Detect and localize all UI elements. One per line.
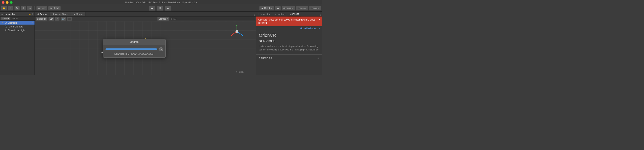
hierarchy-item-untitled[interactable]: ▼ ⬡ Untitled ≡ xyxy=(0,21,34,25)
update-dialog: Update ✕ Downloaded: 2735/2741 (4.7GB/4.… xyxy=(103,39,166,58)
right-panel-menu-icon[interactable]: ≡ xyxy=(320,14,322,16)
hierarchy-options-icon: ≡ xyxy=(32,22,33,24)
light-icon: ☀ xyxy=(4,29,7,32)
update-dialog-title: Update xyxy=(103,39,165,45)
main-layout: ≡ Hierarchy 🔒 ≡ Create ▾ ▼ ⬡ Untitled ≡ … xyxy=(0,12,322,75)
cloud-icon: ☁ xyxy=(277,7,279,9)
scene-area: # Scene ⬇ Asset Store ● Game ≡ Shaded ▾ … xyxy=(35,12,256,75)
scene-content: ✦ ☁ Y Z xyxy=(35,21,256,75)
hand-tool-button[interactable]: ✋ xyxy=(1,6,7,10)
light-toggle[interactable]: ☀ xyxy=(55,17,60,21)
shading-dropdown[interactable]: Shaded ▾ xyxy=(36,17,48,21)
game-tab-icon: ● xyxy=(74,13,75,15)
layers-dropdown-icon: ▾ xyxy=(305,7,306,9)
tab-asset-store[interactable]: ⬇ Asset Store xyxy=(50,12,71,16)
error-close-button[interactable]: ✕ xyxy=(318,18,321,21)
global-button[interactable]: ⊕ Global xyxy=(48,6,61,10)
maximize-button[interactable] xyxy=(10,1,12,4)
pause-button[interactable]: ⏸ xyxy=(157,6,163,11)
account-button[interactable]: Account ▾ xyxy=(282,6,295,10)
tab-inspector[interactable]: ℹ Inspector xyxy=(256,12,272,16)
error-banner: Operation timed out after 20009 millisec… xyxy=(256,16,322,26)
layout-button[interactable]: Layout ▾ xyxy=(309,6,321,10)
shading-dropdown-icon: ▾ xyxy=(45,18,46,20)
hierarchy-header: ≡ Hierarchy 🔒 ≡ xyxy=(0,12,34,16)
scene-icon: ⬡ xyxy=(5,22,7,24)
camera-icon: 📷 xyxy=(4,25,8,28)
tab-services[interactable]: Services xyxy=(288,12,302,16)
rect-tool-button[interactable]: ▭ xyxy=(27,6,32,10)
update-status-text: Downloaded: 2735/2741 (4.7GB/4.8GB) xyxy=(105,53,163,55)
close-button[interactable] xyxy=(2,1,4,4)
audio-icon: 🔊 xyxy=(62,18,64,20)
external-link-icon: ↗ xyxy=(318,27,320,30)
window-controls xyxy=(2,1,12,4)
play-button[interactable]: ▶ xyxy=(149,6,155,11)
move-tool-button[interactable]: ✛ xyxy=(8,6,14,10)
minimize-button[interactable] xyxy=(6,1,8,4)
progress-bar-fill xyxy=(106,48,157,50)
svg-text:Y: Y xyxy=(236,24,238,25)
services-title: SERVICES xyxy=(259,39,319,43)
arrow-down-icon: ▼ xyxy=(2,22,4,24)
tab-lighting[interactable]: ≡ Lighting xyxy=(272,12,288,16)
sun-small-icon: ☀ xyxy=(56,18,58,20)
brand-name: OrionVR xyxy=(259,33,319,38)
gizmos-dropdown-icon: ▾ xyxy=(167,18,168,20)
services-section-label: SERVICES xyxy=(259,57,272,60)
pivot-button[interactable]: ⊙ Pivot xyxy=(36,6,47,10)
tab-game[interactable]: ● Game xyxy=(71,12,86,16)
collab-button[interactable]: ☁ Collab ▾ xyxy=(259,6,274,10)
fx-toggle[interactable]: ⬛ xyxy=(67,17,72,21)
lighting-icon: ≡ xyxy=(274,13,276,15)
hand-icon: ✋ xyxy=(3,7,6,9)
gizmos-button[interactable]: Gizmos ▾ xyxy=(157,17,169,21)
svg-text:X: X xyxy=(230,35,231,37)
scale-tool-button[interactable]: ⊞ xyxy=(20,6,26,10)
services-header: OrionVR SERVICES Unity provides you a su… xyxy=(256,31,322,55)
scene-gizmo[interactable]: Y Z X xyxy=(229,24,245,39)
title-bar: Untitled – OrionVR – PC, Mac & Linux Sta… xyxy=(0,0,322,5)
audio-toggle[interactable]: 🔊 xyxy=(60,17,66,21)
svg-text:Z: Z xyxy=(243,35,244,37)
right-panel: ℹ Inspector ≡ Lighting Services ≡ Operat… xyxy=(256,12,322,75)
globe-icon: ⊕ xyxy=(50,7,52,9)
cloud-button[interactable]: ☁ xyxy=(275,6,281,10)
gizmo-svg: Y Z X xyxy=(229,24,245,39)
hierarchy-search-input[interactable] xyxy=(11,17,38,20)
scene-tabs-menu-icon[interactable]: ≡ xyxy=(254,14,256,16)
hierarchy-icon: ≡ xyxy=(1,13,3,15)
layout-dropdown-icon: ▾ xyxy=(318,7,319,9)
hierarchy-toolbar: Create ▾ xyxy=(0,16,34,20)
window-title: Untitled – OrionVR – PC, Mac & Linux Sta… xyxy=(125,1,197,4)
scene-search-input[interactable] xyxy=(170,17,255,21)
scene-toolbar: Shaded ▾ 2D ☀ 🔊 ⬛ Gizmos ▾ xyxy=(35,16,256,21)
tab-scene[interactable]: # Scene xyxy=(35,12,50,16)
create-button[interactable]: Create ▾ xyxy=(1,17,10,20)
services-description: Unity provides you a suite of integrated… xyxy=(259,45,319,51)
step-button[interactable]: ⏭ xyxy=(165,6,171,11)
hierarchy-item-main-camera[interactable]: 📷 Main Camera xyxy=(0,25,34,28)
layers-button[interactable]: Layers ▾ xyxy=(296,6,308,10)
hierarchy-item-directional-light[interactable]: ☀ Directional Light xyxy=(0,28,34,32)
scene-tabs: # Scene ⬇ Asset Store ● Game ≡ xyxy=(35,12,256,16)
scene-tab-icon: # xyxy=(38,13,39,16)
go-to-dashboard-link[interactable]: Go to Dashboard ↗ xyxy=(256,26,322,31)
collab-icon: ☁ xyxy=(261,7,263,9)
cancel-download-button[interactable]: ✕ xyxy=(159,47,163,51)
svg-point-9 xyxy=(236,30,238,33)
move-icon: ✛ xyxy=(10,7,12,9)
update-dialog-body: ✕ Downloaded: 2735/2741 (4.7GB/4.8GB) xyxy=(103,45,165,57)
dimension-dropdown[interactable]: 2D xyxy=(48,17,54,21)
pivot-icon: ⊙ xyxy=(38,7,40,9)
toolbar-right: ☁ Collab ▾ ☁ Account ▾ Layers ▾ Layout ▾ xyxy=(259,6,321,10)
rotate-tool-button[interactable]: ↻ xyxy=(14,6,20,10)
rotate-icon: ↻ xyxy=(16,7,18,9)
hierarchy-menu-icon[interactable]: ≡ xyxy=(32,13,33,15)
separator-1 xyxy=(34,6,34,10)
services-menu-icon[interactable]: ≡ xyxy=(318,57,319,60)
collab-dropdown-icon: ▾ xyxy=(271,7,272,9)
services-section-row: SERVICES ≡ xyxy=(256,55,322,62)
right-panel-tabs: ℹ Inspector ≡ Lighting Services ≡ xyxy=(256,12,322,16)
rect-icon: ▭ xyxy=(29,7,31,9)
